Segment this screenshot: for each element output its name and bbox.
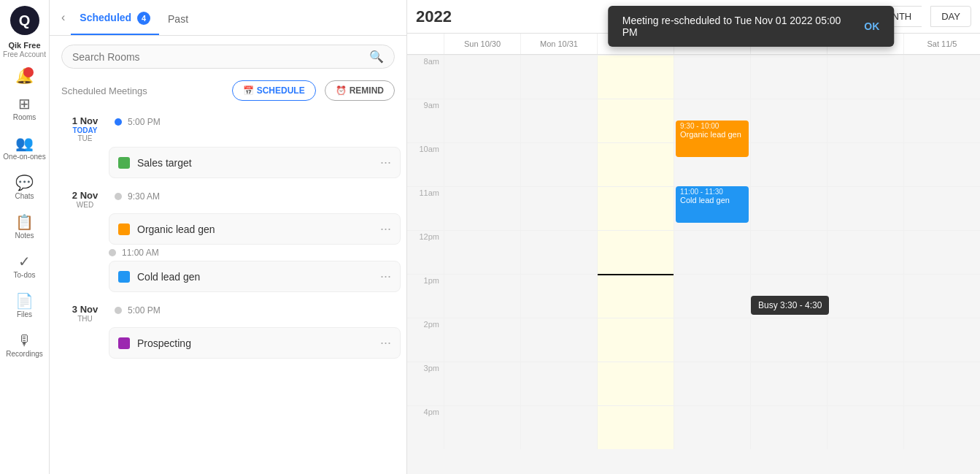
sidebar-item-recordings[interactable]: 🎙 Recordings bbox=[0, 327, 49, 364]
meeting-list: 1 Nov TODAY TUE 5:00 PM Sales target ···… bbox=[50, 110, 406, 474]
event-time-organic: 9:30 - 10:00 bbox=[680, 122, 744, 130]
time-11am: 11am bbox=[407, 186, 444, 230]
date-header-1nov: 1 Nov TODAY TUE 5:00 PM bbox=[55, 110, 401, 145]
time-col-header bbox=[407, 34, 444, 54]
toast-message: Meeting re-scheduled to Tue Nov 01 2022 … bbox=[622, 15, 850, 38]
date-info-2nov: 2 Nov WED bbox=[61, 190, 109, 209]
scheduled-meetings-label: Scheduled Meetings bbox=[61, 85, 223, 96]
date-dot-2nov bbox=[115, 193, 122, 200]
time-row-cold: 11:00 AM bbox=[55, 246, 401, 259]
sidebar-label-todos: To-dos bbox=[13, 271, 35, 279]
now-line bbox=[598, 274, 674, 275]
toast-ok-button[interactable]: OK bbox=[864, 20, 879, 32]
collapse-button[interactable]: ‹ bbox=[61, 11, 65, 24]
app-logo[interactable]: Q bbox=[10, 6, 39, 35]
meeting-more-prospecting[interactable]: ··· bbox=[380, 335, 391, 351]
sidebar-nav: ⊞ Rooms 👥 One-on-ones 💬 Chats 📋 Notes ✓ … bbox=[0, 91, 49, 364]
search-box[interactable]: 🔍 bbox=[61, 45, 395, 69]
meeting-name-sales: Sales target bbox=[137, 157, 380, 169]
event-cold-lead-gen[interactable]: 11:00 - 11:30 Cold lead gen bbox=[676, 186, 749, 223]
schedule-button[interactable]: 📅 SCHEDULE bbox=[232, 80, 316, 101]
cal-day-sun[interactable] bbox=[444, 55, 520, 449]
cal-day-tue[interactable] bbox=[597, 55, 674, 449]
view-day-button[interactable]: DAY bbox=[930, 6, 971, 27]
cal-day-mon[interactable] bbox=[520, 55, 597, 449]
time-9am: 9am bbox=[407, 99, 444, 142]
meeting-item-organic[interactable]: Organic lead gen ··· bbox=[109, 213, 401, 245]
cal-header-mon: Mon 10/31 bbox=[520, 34, 597, 54]
meeting-more-sales[interactable]: ··· bbox=[380, 155, 391, 170]
time-3pm: 3pm bbox=[407, 362, 444, 405]
today-dot bbox=[115, 118, 122, 126]
time-12pm: 12pm bbox=[407, 230, 444, 274]
calendar: Meeting re-scheduled to Tue Nov 01 2022 … bbox=[407, 0, 980, 474]
calendar-year: 2022 bbox=[416, 7, 452, 26]
tab-scheduled[interactable]: Scheduled 4 bbox=[71, 0, 159, 35]
calendar-body-scroll: 8am 9am 10am 11am 12pm 1pm 2pm 3pm 4pm bbox=[407, 55, 980, 474]
meeting-color-sales bbox=[118, 157, 130, 169]
schedule-icon: 📅 bbox=[243, 85, 254, 96]
search-container: 🔍 bbox=[50, 36, 406, 77]
todos-icon: ✓ bbox=[18, 254, 31, 269]
remind-icon: ⏰ bbox=[336, 85, 347, 96]
cal-header-sun: Sun 10/30 bbox=[444, 34, 520, 54]
sidebar-item-notes[interactable]: 📋 Notes bbox=[0, 209, 49, 245]
panel: ‹ Scheduled 4 Past 🔍 Scheduled Meetings … bbox=[50, 0, 407, 474]
recordings-icon: 🎙 bbox=[18, 333, 32, 348]
notification-bell[interactable]: 🔔 bbox=[15, 67, 34, 85]
app-name: Qik Free bbox=[8, 41, 40, 50]
rooms-icon: ⊞ bbox=[18, 96, 31, 111]
sidebar-item-files[interactable]: 📄 Files bbox=[0, 288, 49, 324]
files-icon: 📄 bbox=[15, 294, 34, 308]
cal-day-sat[interactable] bbox=[903, 55, 980, 449]
meeting-color-organic bbox=[118, 223, 130, 235]
scheduled-badge: 4 bbox=[137, 12, 150, 25]
time-1pm: 1pm bbox=[407, 274, 444, 318]
logo-letter: Q bbox=[19, 12, 31, 29]
meetings-header: Scheduled Meetings 📅 SCHEDULE ⏰ REMIND bbox=[50, 77, 406, 110]
meeting-color-cold bbox=[118, 271, 130, 283]
sidebar-label-rooms: Rooms bbox=[13, 113, 36, 121]
meeting-time-2a: 9:30 AM bbox=[128, 190, 160, 202]
event-time-cold: 11:00 - 11:30 bbox=[680, 188, 744, 196]
event-title-cold: Cold lead gen bbox=[680, 196, 744, 204]
search-input[interactable] bbox=[72, 51, 369, 63]
sidebar-item-todos[interactable]: ✓ To-dos bbox=[0, 248, 49, 285]
cal-day-wed[interactable]: 9:30 - 10:00 Organic lead gen 11:00 - 11… bbox=[674, 55, 750, 449]
sidebar-item-one-on-ones[interactable]: 👥 One-on-ones bbox=[0, 130, 49, 167]
meeting-item-sales[interactable]: Sales target ··· bbox=[109, 147, 401, 178]
sidebar-label-files: Files bbox=[17, 310, 32, 318]
date-header-3nov: 3 Nov THU 5:00 PM bbox=[55, 298, 401, 326]
meeting-time-2b: 11:00 AM bbox=[122, 248, 159, 258]
date-header-2nov: 2 Nov WED 9:30 AM bbox=[55, 184, 401, 212]
date-info-1nov: 1 Nov TODAY TUE bbox=[61, 115, 109, 142]
time-4pm: 4pm bbox=[407, 405, 444, 449]
tab-past[interactable]: Past bbox=[159, 1, 197, 34]
sidebar-item-chats[interactable]: 💬 Chats bbox=[0, 169, 49, 206]
remind-button[interactable]: ⏰ REMIND bbox=[325, 80, 395, 101]
app-subtitle: Free Account bbox=[3, 50, 46, 58]
meeting-item-prospecting[interactable]: Prospecting ··· bbox=[109, 327, 401, 359]
meeting-name-prospecting: Prospecting bbox=[137, 337, 380, 349]
cal-day-thu[interactable]: Busy 3:30 - 4:30 bbox=[750, 55, 827, 449]
meeting-more-organic[interactable]: ··· bbox=[380, 221, 391, 237]
date-group-1nov: 1 Nov TODAY TUE 5:00 PM Sales target ··· bbox=[55, 110, 401, 178]
meeting-time-1: 5:00 PM bbox=[128, 115, 161, 127]
date-group-2nov: 2 Nov WED 9:30 AM Organic lead gen ··· 1… bbox=[55, 184, 401, 292]
cal-day-fri[interactable] bbox=[827, 55, 903, 449]
event-organic-lead-gen[interactable]: 9:30 - 10:00 Organic lead gen bbox=[676, 121, 749, 157]
sidebar-item-rooms[interactable]: ⊞ Rooms bbox=[0, 91, 49, 127]
meeting-more-cold[interactable]: ··· bbox=[380, 269, 391, 284]
chats-icon: 💬 bbox=[15, 175, 34, 190]
meeting-name-organic: Organic lead gen bbox=[137, 223, 380, 235]
meeting-time-3: 5:00 PM bbox=[128, 304, 161, 316]
panel-tabs: ‹ Scheduled 4 Past bbox=[50, 0, 406, 36]
meeting-item-cold[interactable]: Cold lead gen ··· bbox=[109, 261, 401, 292]
calendar-body: 8am 9am 10am 11am 12pm 1pm 2pm 3pm 4pm bbox=[407, 55, 980, 449]
meeting-color-prospecting bbox=[118, 337, 130, 349]
event-title-organic: Organic lead gen bbox=[680, 130, 744, 139]
sidebar-label-notes: Notes bbox=[15, 232, 34, 240]
search-icon: 🔍 bbox=[369, 50, 384, 64]
date-group-3nov: 3 Nov THU 5:00 PM Prospecting ··· bbox=[55, 298, 401, 359]
time-10am: 10am bbox=[407, 142, 444, 186]
